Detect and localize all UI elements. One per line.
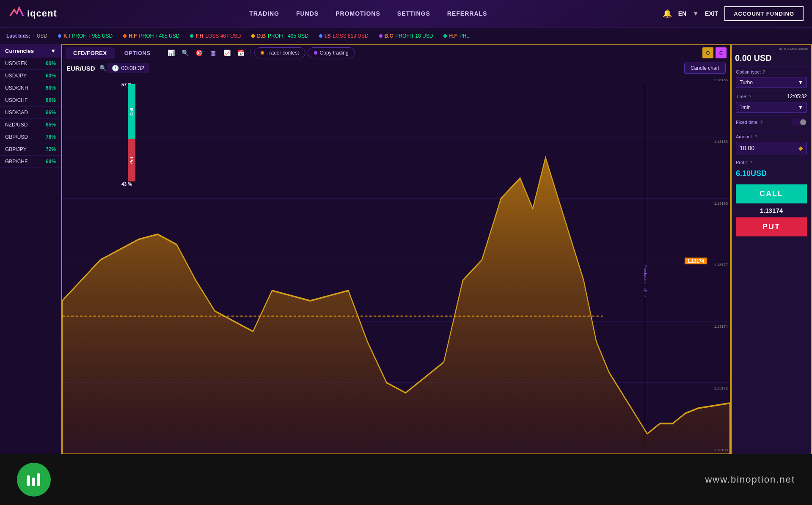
trader-contest-button[interactable]: Trader contest [254,47,306,58]
orange-c-button[interactable]: O [702,47,713,58]
candle-chart-button[interactable]: Candle chart [684,63,726,74]
chart-svg [62,76,730,454]
list-item[interactable]: USD/CAD 66% [0,107,61,119]
option-type-value: Turbo [740,80,753,85]
chart-header: EUR/USD 🔍 🕐 00:00:32 Candle chart [61,60,731,76]
currency-pct: 60% [46,159,56,165]
toggle-knob [800,119,806,125]
y-axis-labels: 1.13185 1.13183 1.13180 1.13177 1.13174 … [714,76,728,454]
amount-help-icon[interactable]: ? [755,134,757,139]
time-help-icon[interactable]: ? [749,94,751,99]
call-bar: Call [128,84,135,139]
chart-type-bar-icon[interactable]: 📊 [165,47,177,59]
fixed-time-toggle[interactable] [792,118,807,126]
option-type-help-icon[interactable]: ? [762,70,765,74]
language-selector[interactable]: EN [678,10,686,17]
toolbar: CFD/FOREX OPTIONS 📊 🔍 🎯 ▦ 📈 📅 Trader con… [61,44,731,60]
ticker-dot-icon [123,34,127,38]
list-item[interactable]: USD/JPY 60% [0,70,61,82]
chart-calendar-icon[interactable]: 📅 [235,47,247,59]
fixed-time-section: Fixed time: ? [732,115,811,131]
exit-button[interactable]: EXIT [705,10,718,17]
binoption-logo-svg [23,469,44,490]
tab-options[interactable]: OPTIONS [117,47,158,59]
ticker-dot-icon [319,34,322,38]
nav-settings[interactable]: SETTINGS [397,10,430,17]
tab-cfd-forex[interactable]: CFD/FOREX [66,47,115,59]
language-dropdown-icon[interactable]: ▼ [693,10,699,17]
ticker-user: D.B [257,33,266,39]
y-label: 1.13185 [714,78,728,82]
list-item[interactable]: GBP/CHF 60% [0,156,61,168]
ticker-label: Last bids: [6,33,30,39]
fixed-time-help-icon[interactable]: ? [760,120,763,125]
y-label: 1.13174 [714,324,728,329]
nav-referrals[interactable]: REFERRALS [447,10,487,17]
time-section: Time: ? 12:05:32 1min ▼ [732,91,811,115]
top-navigation: iqcent TRADING FUNDS PROMOTIONS SETTINGS… [0,0,812,27]
svg-rect-7 [32,478,35,486]
purple-c-button[interactable]: C [716,47,727,58]
list-item[interactable]: NZD/USD 85% [0,119,61,131]
ticker-bar: Last bids: USD K.I PROFIT 985 USD H.F PR… [0,27,812,44]
timer-value: 00:00:32 [121,65,145,71]
copy-trading-button[interactable]: Copy trading [308,47,355,58]
ticker-loss: LOSS 467 USD [205,33,241,39]
time-option-dropdown-icon: ▼ [798,104,803,110]
notification-bell-icon[interactable]: 🔔 [663,9,672,18]
amount-input[interactable]: 10.00 ◆ [736,142,807,154]
chart-pair: EUR/USD [66,65,95,72]
time-row: Time: ? 12:05:32 [736,93,807,99]
ticker-dot-icon [58,34,61,38]
nav-promotions[interactable]: PROMOTIONS [336,10,380,17]
list-item[interactable]: USD/CNH 60% [0,82,61,94]
main-layout: Currencies ▼ USD/SEK 60% USD/JPY 60% USD… [0,44,812,505]
option-type-select[interactable]: Turbo ▼ [736,77,807,88]
currency-pct: 60% [46,73,56,79]
ticker-dot-icon [190,34,193,38]
currency-name: GBP/JPY [5,146,27,152]
amount-value: 10.00 [740,145,754,151]
logo[interactable]: iqcent [8,6,57,21]
chart-canvas: 1.13185 1.13183 1.13180 1.13177 1.13174 … [61,76,731,454]
option-type-row: Option type: ? [736,69,807,74]
ticker-user: I.S [325,33,331,39]
y-label: 1.13183 [714,140,728,144]
y-label: 1.13177 [714,263,728,267]
amount-label: Amount: ? [736,134,757,139]
ticker-dot-icon [251,34,255,38]
currencies-dropdown-icon: ▼ [50,48,56,54]
list-item[interactable]: USD/CHF 60% [0,94,61,107]
chart-bar-icon[interactable]: 📈 [221,47,233,59]
account-funding-button[interactable]: ACCOUNT FUNDING [724,6,804,21]
ticker-profit: PROFIT 485 USD [139,33,180,39]
list-item: USD [37,33,47,39]
amount-currency-icon: ◆ [798,145,803,151]
nav-funds[interactable]: FUNDS [296,10,319,17]
pair-search-icon[interactable]: 🔍 [99,65,107,71]
put-button[interactable]: PUT [736,217,807,236]
current-price-display: 1.13174 [732,203,811,217]
currency-header[interactable]: Currencies ▼ [0,44,61,58]
chart-target-icon[interactable]: 🎯 [193,47,205,59]
time-option-select[interactable]: 1min ▼ [736,102,807,113]
account-id: ID: ICTAM1048698 [732,45,811,52]
list-item[interactable]: USD/SEK 60% [0,58,61,70]
list-item[interactable]: GBP/USD 78% [0,131,61,143]
chart-search-icon[interactable]: 🔍 [179,47,191,59]
call-bar-label: Call [129,108,134,115]
amount-section: Amount: ? 10.00 ◆ [732,131,811,157]
currency-name: USD/JPY [5,73,27,79]
list-item[interactable]: GBP/JPY 72% [0,143,61,156]
list-item: K.I PROFIT 985 USD [58,33,113,39]
nav-trading[interactable]: TRADING [249,10,279,17]
fixed-time-row: Fixed time: ? [736,118,807,126]
ticker-profit: PR... [460,33,471,39]
nav-right: 🔔 EN ▼ EXIT ACCOUNT FUNDING [663,6,804,21]
profit-help-icon[interactable]: ? [750,160,752,165]
list-item: H.F PROFIT 485 USD [123,33,179,39]
ticker-items: USD K.I PROFIT 985 USD H.F PROFIT 485 US… [37,33,471,39]
call-button[interactable]: CALL [736,184,807,203]
chart-grid-icon[interactable]: ▦ [207,47,219,59]
currency-name: USD/CAD [5,110,28,115]
